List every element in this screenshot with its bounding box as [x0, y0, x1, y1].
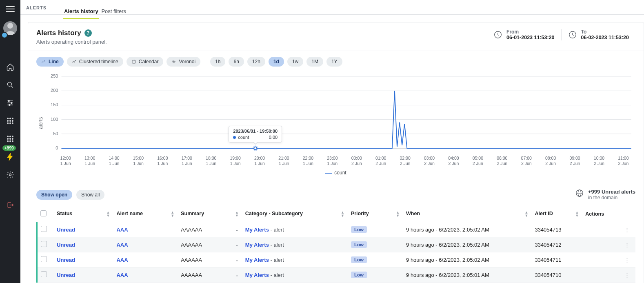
unread-alerts-summary: +999 Unread alerts in the domain	[575, 189, 635, 201]
select-all-checkbox[interactable]	[40, 210, 47, 216]
x-tick: 20:001 Jun	[247, 156, 271, 166]
range-1w[interactable]: 1w	[287, 57, 303, 67]
settings-gear-icon[interactable]	[0, 166, 20, 184]
col-when[interactable]: When▲▼	[403, 206, 531, 222]
svg-point-18	[10, 136, 11, 137]
table-row[interactable]: UnreadAAAAAAAAA⌄My Alerts - alertLow9 ho…	[37, 267, 636, 283]
table-row[interactable]: UnreadAAAAAAAAA⌄My Alerts - alertLow9 ho…	[37, 252, 636, 267]
view-mode-line[interactable]: Line	[36, 57, 64, 67]
category-link[interactable]: My Alerts	[245, 272, 269, 278]
alert-name-link[interactable]: AAA	[116, 227, 128, 233]
page-title: Alerts history ?	[36, 29, 487, 37]
priority-badge: Low	[351, 241, 367, 248]
filters-icon[interactable]	[0, 94, 20, 112]
time-range-from[interactable]: From 06-01-2023 11:53:20	[487, 29, 561, 40]
table-filter-all[interactable]: Show all	[76, 190, 104, 200]
row-checkbox[interactable]	[41, 271, 47, 277]
table-row[interactable]: UnreadAAAAAAAAA⌄My Alerts - alertLow9 ho…	[37, 237, 636, 252]
range-6h[interactable]: 6h	[229, 57, 244, 67]
chevron-down-icon[interactable]: ⌄	[235, 257, 239, 263]
unread-count-text: +999 Unread alerts	[588, 189, 635, 195]
alert-name-link[interactable]: AAA	[116, 242, 128, 248]
svg-point-22	[12, 138, 13, 140]
row-actions-kebab[interactable]: ⋮	[619, 252, 635, 267]
range-1d[interactable]: 1d	[269, 57, 284, 67]
logout-icon[interactable]	[0, 196, 20, 214]
x-tick: 11:002 Jun	[611, 156, 635, 166]
row-checkbox[interactable]	[41, 226, 47, 232]
svg-text:250: 250	[51, 74, 58, 78]
chevron-down-icon[interactable]: ⌄	[235, 272, 239, 278]
status-link[interactable]: Unread	[57, 227, 75, 233]
svg-text:100: 100	[51, 117, 58, 122]
alerts-count-badge: +999	[2, 145, 16, 151]
alert-name-link[interactable]: AAA	[116, 272, 128, 278]
alerts-icon[interactable]: +999	[0, 148, 20, 166]
col-priority[interactable]: Priority▲▼	[348, 206, 403, 222]
col-category-subcategory[interactable]: Category - Subcategory▲▼	[242, 206, 348, 222]
row-actions-kebab[interactable]: ⋮	[619, 222, 635, 237]
x-tick: 02:002 Jun	[393, 156, 417, 166]
category-link[interactable]: My Alerts	[245, 242, 269, 248]
category-link[interactable]: My Alerts	[245, 257, 269, 263]
status-link[interactable]: Unread	[57, 272, 75, 278]
range-1Y[interactable]: 1Y	[326, 57, 342, 67]
svg-text:0: 0	[56, 145, 58, 150]
col-status[interactable]: Status▲▼	[53, 206, 113, 222]
table-row[interactable]: UnreadAAAAAAAAA⌄My Alerts - alertLow9 ho…	[37, 222, 636, 237]
home-icon[interactable]	[0, 58, 20, 76]
x-tick: 08:002 Jun	[538, 156, 562, 166]
main-area: ALERTS Alerts history Post filters Alert…	[20, 0, 644, 283]
menu-toggle-button[interactable]	[0, 2, 20, 16]
svg-line-42	[174, 62, 175, 63]
row-checkbox[interactable]	[41, 256, 47, 262]
to-label: To	[581, 29, 629, 35]
search-icon[interactable]	[0, 76, 20, 94]
alerts-line-chart[interactable]: 050100150200250	[44, 74, 635, 156]
col-summary[interactable]: Summary▲▼	[178, 206, 242, 222]
col-actions[interactable]: Actions	[582, 206, 619, 222]
user-avatar[interactable]	[2, 21, 18, 38]
summary-text: AAAAAA	[181, 227, 202, 233]
svg-line-43	[174, 60, 175, 61]
status-link[interactable]: Unread	[57, 242, 75, 248]
alert-id-text: 334054711	[531, 252, 582, 267]
range-1M[interactable]: 1M	[306, 57, 323, 67]
view-mode-calendar[interactable]: Calendar	[127, 57, 164, 67]
summary-text: AAAAAA	[181, 242, 202, 248]
help-icon[interactable]: ?	[84, 29, 92, 37]
view-mode-clustered[interactable]: Clustered timeline	[67, 57, 123, 67]
svg-point-10	[12, 118, 13, 119]
chevron-down-icon[interactable]: ⌄	[235, 227, 239, 232]
summary-text: AAAAAA	[181, 272, 202, 278]
x-tick: 14:001 Jun	[102, 156, 126, 166]
range-12h[interactable]: 12h	[247, 57, 265, 67]
svg-point-25	[12, 141, 13, 142]
status-link[interactable]: Unread	[57, 257, 75, 263]
svg-point-17	[7, 136, 9, 137]
page-title-text: Alerts history	[36, 29, 81, 37]
view-mode-voronoi[interactable]: Voronoi	[167, 57, 200, 67]
col-alert-id[interactable]: Alert ID▲▼	[531, 206, 582, 222]
table-filter-open[interactable]: Show open	[36, 190, 72, 200]
breadcrumb: ALERTS	[26, 5, 54, 14]
page-subtitle: Alerts operating control panel.	[36, 39, 487, 45]
alert-name-link[interactable]: AAA	[116, 257, 128, 263]
unread-sub-text: in the domain	[588, 195, 635, 201]
svg-text:150: 150	[51, 103, 58, 107]
chart-tooltip: 2023/06/01 - 19:50:00 count 0.00	[229, 126, 282, 143]
svg-line-1	[11, 86, 13, 88]
row-checkbox[interactable]	[41, 241, 47, 247]
row-actions-kebab[interactable]: ⋮	[619, 267, 635, 283]
x-tick: 00:002 Jun	[344, 156, 369, 166]
category-link[interactable]: My Alerts	[245, 227, 269, 233]
time-range-to[interactable]: To 06-02-2023 11:53:20	[561, 29, 635, 40]
apps-grid-icon[interactable]	[0, 112, 20, 130]
priority-badge: Low	[351, 226, 367, 233]
chevron-down-icon[interactable]: ⌄	[235, 242, 239, 247]
row-actions-kebab[interactable]: ⋮	[619, 237, 635, 252]
x-tick: 10:002 Jun	[587, 156, 611, 166]
range-1h[interactable]: 1h	[210, 57, 225, 67]
x-tick: 21:001 Jun	[272, 156, 296, 166]
col-alert-name[interactable]: Alert name▲▼	[113, 206, 178, 222]
